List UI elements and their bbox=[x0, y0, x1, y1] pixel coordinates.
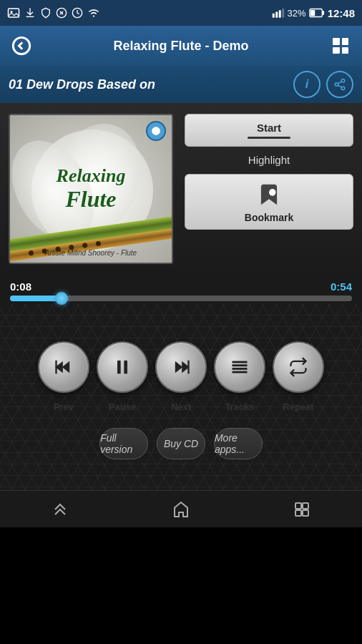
buy-cd-label: Buy CD bbox=[164, 438, 198, 449]
main-content: Relaxing Flute Artiste Milind Shoorey - … bbox=[0, 103, 362, 275]
share-button[interactable] bbox=[326, 71, 353, 98]
next-icon bbox=[171, 357, 191, 377]
repeat-btn-container: Repeat bbox=[273, 341, 324, 412]
svg-rect-9 bbox=[278, 10, 280, 18]
info-icon: i bbox=[305, 78, 308, 91]
player-area: Prev Pause Next bbox=[0, 304, 362, 490]
more-apps-label: More apps... bbox=[215, 432, 262, 455]
nav-bar bbox=[0, 490, 362, 527]
tracks-button[interactable] bbox=[214, 341, 265, 393]
prev-icon bbox=[54, 357, 74, 377]
svg-rect-10 bbox=[282, 9, 284, 18]
album-art: Relaxing Flute Artiste Milind Shoorey - … bbox=[9, 114, 173, 264]
battery-icon bbox=[309, 8, 325, 18]
grid-icon bbox=[333, 38, 348, 54]
status-time: 12:48 bbox=[328, 7, 355, 19]
share-icon bbox=[333, 78, 346, 91]
wifi-icon bbox=[87, 8, 100, 18]
pause-btn-container: Pause bbox=[97, 341, 148, 412]
album-title-relaxing: Relaxing bbox=[57, 166, 126, 187]
svg-rect-7 bbox=[272, 14, 274, 18]
svg-line-19 bbox=[338, 82, 341, 84]
header-title: Relaxing Flute - Demo bbox=[37, 39, 325, 54]
highlight-label-container: Highlight bbox=[185, 154, 353, 167]
transport-controls: Prev Pause Next bbox=[38, 327, 324, 419]
bookmark-label: Bookmark bbox=[245, 212, 293, 223]
start-underline bbox=[248, 137, 290, 139]
svg-rect-36 bbox=[303, 510, 308, 516]
svg-rect-23 bbox=[55, 360, 57, 374]
prev-button[interactable] bbox=[38, 341, 89, 393]
grid-button[interactable] bbox=[325, 30, 356, 62]
battery-text: 32% bbox=[288, 8, 306, 19]
x-circle-icon bbox=[56, 7, 67, 19]
svg-marker-26 bbox=[175, 361, 183, 372]
svg-rect-35 bbox=[295, 510, 301, 516]
status-icons-left bbox=[7, 6, 100, 19]
bookmark-icon-wrapper bbox=[255, 180, 283, 209]
nav-back-icon bbox=[52, 501, 69, 518]
full-version-label: Full version bbox=[100, 432, 147, 455]
status-icons-right: 32% 12:48 bbox=[272, 7, 355, 19]
album-title-flute: Flute bbox=[65, 187, 116, 212]
bottom-buttons: Full version Buy CD More apps... bbox=[92, 419, 270, 468]
signal-icon bbox=[272, 7, 285, 19]
tracks-icon bbox=[230, 357, 250, 377]
nav-back-button[interactable] bbox=[39, 491, 82, 528]
pause-label: Pause bbox=[109, 401, 136, 412]
highlight-label: Highlight bbox=[248, 154, 290, 166]
svg-rect-0 bbox=[9, 9, 19, 17]
back-button[interactable] bbox=[6, 30, 37, 62]
time-row: 0:08 0:54 bbox=[10, 280, 352, 293]
download-icon bbox=[24, 6, 36, 19]
nav-home-icon bbox=[172, 501, 190, 518]
prev-btn-container: Prev bbox=[38, 341, 89, 412]
next-btn-container: Next bbox=[155, 341, 207, 412]
full-version-button[interactable]: Full version bbox=[99, 428, 148, 459]
nav-home-button[interactable] bbox=[160, 491, 202, 528]
svg-point-16 bbox=[335, 83, 338, 87]
svg-rect-8 bbox=[275, 12, 278, 18]
progress-section: 0:08 0:54 bbox=[0, 275, 362, 304]
pause-icon bbox=[112, 357, 132, 377]
next-label: Next bbox=[171, 401, 191, 412]
song-title-icons: i bbox=[293, 71, 353, 98]
tracks-btn-container: Tracks bbox=[214, 341, 265, 412]
svg-rect-34 bbox=[303, 503, 308, 509]
album-logo bbox=[146, 121, 166, 141]
progress-fill bbox=[10, 296, 62, 301]
song-title: 01 Dew Drops Based on bbox=[9, 77, 155, 92]
svg-rect-12 bbox=[322, 11, 324, 15]
progress-track[interactable] bbox=[10, 296, 352, 301]
photo-icon bbox=[7, 6, 20, 19]
repeat-icon bbox=[288, 357, 308, 377]
bookmark-button[interactable]: Bookmark bbox=[185, 174, 353, 230]
next-button[interactable] bbox=[155, 341, 207, 393]
svg-point-14 bbox=[13, 37, 29, 54]
prev-label: Prev bbox=[54, 401, 74, 412]
clock-icon bbox=[72, 7, 83, 19]
start-label: Start bbox=[257, 122, 281, 134]
svg-rect-24 bbox=[117, 360, 121, 374]
time-total: 0:54 bbox=[331, 280, 352, 293]
more-apps-button[interactable]: More apps... bbox=[214, 428, 263, 459]
nav-recents-button[interactable] bbox=[280, 491, 323, 528]
svg-point-15 bbox=[341, 79, 345, 83]
tracks-label: Tracks bbox=[225, 401, 254, 412]
start-button[interactable]: Start bbox=[185, 114, 353, 147]
nav-recents-icon bbox=[293, 501, 310, 518]
svg-line-18 bbox=[338, 85, 341, 87]
repeat-button[interactable] bbox=[273, 341, 324, 393]
buy-cd-button[interactable]: Buy CD bbox=[157, 428, 205, 459]
repeat-label: Repeat bbox=[283, 401, 313, 412]
info-button[interactable]: i bbox=[293, 71, 321, 98]
song-title-bar: 01 Dew Drops Based on i bbox=[0, 66, 362, 103]
status-bar: 32% 12:48 bbox=[0, 0, 362, 26]
svg-rect-25 bbox=[124, 360, 127, 374]
app-header: Relaxing Flute - Demo bbox=[0, 26, 362, 66]
pause-button[interactable] bbox=[97, 341, 148, 393]
bookmark-icon bbox=[255, 181, 283, 208]
svg-point-17 bbox=[341, 87, 345, 90]
svg-rect-33 bbox=[295, 503, 301, 509]
progress-thumb[interactable] bbox=[55, 292, 68, 305]
